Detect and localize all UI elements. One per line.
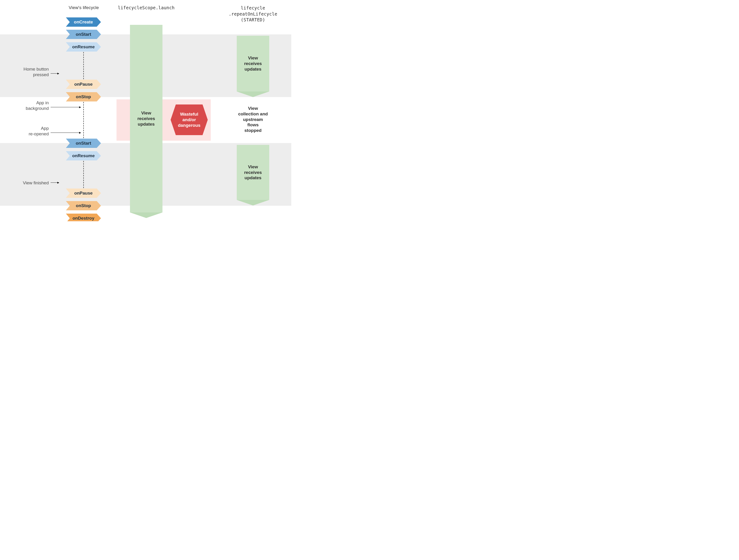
label-background: App in background [14, 100, 49, 111]
label-finished: View finished [14, 180, 49, 186]
repeat-bar-top-label: View receives updates [244, 55, 262, 72]
label-reopened: App re-opened [14, 126, 49, 137]
label-home: Home button pressed [14, 66, 49, 78]
arrow-background [50, 107, 81, 107]
wasteful-badge-label: Wasteful and/or dangerous [178, 112, 200, 128]
header-launch: lifecycleScope.launch [111, 5, 181, 10]
dash-2 [83, 102, 84, 138]
header-lifecycle: View's lifecycle [55, 5, 113, 10]
node-onstop-2: onStop [66, 201, 101, 211]
wasteful-badge: Wasteful and/or dangerous [171, 105, 208, 135]
node-onpause-1: onPause [66, 80, 101, 89]
dash-1 [83, 52, 84, 79]
node-onstart-2: onStart [66, 139, 101, 148]
repeat-bar-bottom-label: View receives updates [244, 164, 262, 181]
launch-bar: View receives updates [130, 25, 162, 213]
node-onstop-1: onStop [66, 92, 101, 102]
node-onresume-2: onResume [66, 151, 101, 160]
node-onstart-1: onStart [66, 30, 101, 39]
lifecycle-diagram: View's lifecycle lifecycleScope.launch l… [0, 0, 291, 221]
repeat-stopped-label: View collection and upstream flows stopp… [235, 106, 271, 133]
node-oncreate: onCreate [66, 17, 101, 27]
node-onpause-2: onPause [66, 188, 101, 198]
launch-bar-label: View receives updates [137, 110, 155, 127]
node-ondestroy: onDestroy [66, 214, 101, 221]
repeat-bar-bottom: View receives updates [237, 145, 269, 200]
node-onresume-1: onResume [66, 42, 101, 51]
dash-3 [83, 161, 84, 188]
arrow-finished [50, 182, 59, 183]
repeat-bar-top: View receives updates [237, 36, 269, 92]
header-repeat: lifecycle .repeatOnLifecycle (STARTED) [220, 5, 286, 23]
